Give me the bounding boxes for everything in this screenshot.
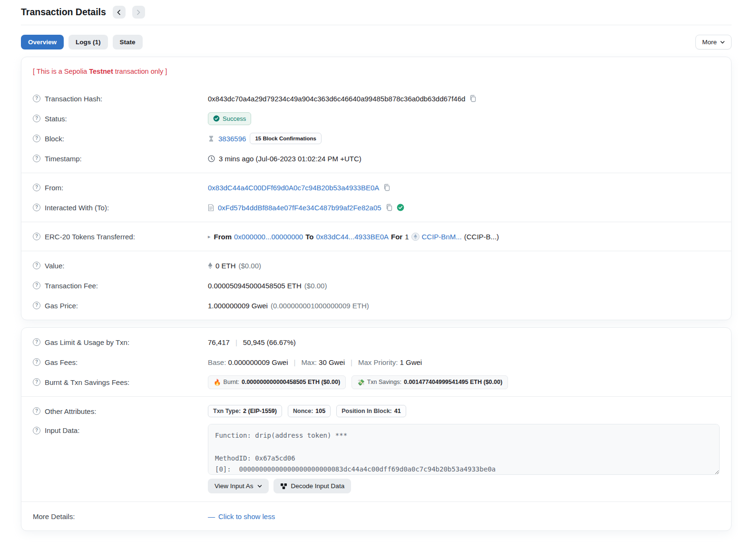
- decode-input-data-label: Decode Input Data: [291, 482, 345, 490]
- other-attributes-row: ? Other Attributes: Txn Type: 2 (EIP-155…: [21, 401, 731, 421]
- gas-price-label: Gas Price:: [45, 302, 78, 310]
- tab-logs[interactable]: Logs (1): [68, 35, 108, 49]
- cubes-icon: [280, 483, 287, 490]
- from-label: From:: [45, 184, 63, 192]
- gas-fees-row: ? Gas Fees: Base: 0.000000009 Gwei | Max…: [21, 352, 731, 372]
- page-title: Transaction Details: [21, 7, 106, 18]
- other-attributes-label: Other Attributes:: [45, 407, 96, 415]
- details-card: ? Gas Limit & Usage by Txn: 76,417 | 50,…: [21, 327, 732, 531]
- block-label: Block:: [45, 135, 64, 143]
- decode-input-data-button[interactable]: Decode Input Data: [273, 479, 351, 493]
- help-icon[interactable]: ?: [33, 427, 40, 434]
- position-in-block-name: Position In Block:: [342, 408, 392, 414]
- previous-transaction-button[interactable]: [113, 6, 126, 19]
- help-icon[interactable]: ?: [33, 378, 40, 386]
- transfer-from-word: From: [214, 233, 232, 241]
- timestamp-value: 3 mins ago (Jul-06-2023 01:02:24 PM +UTC…: [219, 155, 361, 163]
- max-priority-fee-value: 1 Gwei: [400, 358, 422, 366]
- copy-icon[interactable]: [383, 184, 391, 191]
- transfer-to-address-link[interactable]: 0x83dC44...4933BE0A: [316, 233, 389, 241]
- transfer-from-address-link[interactable]: 0x000000...00000000: [234, 233, 303, 241]
- help-icon[interactable]: ?: [33, 302, 40, 309]
- input-data-row: ? Input Data: Function: drip(address tok…: [21, 421, 731, 497]
- input-data-textarea[interactable]: Function: drip(address token) *** Method…: [208, 424, 720, 475]
- page: Transaction Details Overview Logs (1) St…: [0, 0, 742, 531]
- burnt-fee-value: 0.000000000000458505 ETH ($0.00): [242, 379, 340, 385]
- value-eth: 0 ETH: [215, 262, 236, 270]
- click-to-show-less-link[interactable]: — Click to show less: [208, 512, 275, 521]
- group-attributes-input: ? Other Attributes: Txn Type: 2 (EIP-155…: [21, 396, 731, 501]
- clock-icon: [208, 155, 215, 162]
- help-icon[interactable]: ?: [33, 338, 40, 346]
- burnt-fee-badge: 🔥 Burnt: 0.000000000000458505 ETH ($0.00…: [208, 375, 346, 389]
- contract-file-icon: [208, 204, 214, 211]
- view-input-as-button[interactable]: View Input As: [208, 479, 269, 493]
- group-from-to: ? From: 0x83dC44a4C00DFf69d0A0c7c94B20b5…: [21, 173, 731, 222]
- nonce-value: 105: [315, 408, 325, 414]
- token-symbol: (CCIP-B...): [464, 233, 499, 241]
- tabs-row: Overview Logs (1) State More: [21, 35, 732, 49]
- group-value-fee-price: ? Value: 0 ETH ($0.00) ? Transaction Fee…: [21, 251, 731, 320]
- gas-limit-row: ? Gas Limit & Usage by Txn: 76,417 | 50,…: [21, 332, 731, 352]
- transaction-hash-value: 0x843dc70a4a29d79234c49a904c363d6c46640a…: [208, 95, 465, 103]
- max-fee-value: 30 Gwei: [319, 358, 345, 366]
- transaction-hash-row: ? Transaction Hash: 0x843dc70a4a29d79234…: [21, 88, 731, 108]
- help-icon[interactable]: ?: [33, 184, 40, 191]
- from-address-link[interactable]: 0x83dC44a4C00DFf69d0A0c7c94B20b53a4933BE…: [208, 184, 379, 192]
- txn-type-value: 2 (EIP-1559): [243, 408, 277, 414]
- max-fee-name: Max:: [301, 358, 317, 366]
- minus-icon: —: [208, 512, 215, 521]
- to-address-link[interactable]: 0xFd57b4ddBf88a4e07fF4e34C487b99af2Fe82a…: [218, 204, 381, 212]
- fire-icon: 🔥: [214, 379, 221, 386]
- group-hash-status-block-time: ? Transaction Hash: 0x843dc70a4a29d79234…: [21, 84, 731, 173]
- transfer-amount: 1: [405, 233, 409, 241]
- burnt-savings-label: Burnt & Txn Savings Fees:: [45, 378, 129, 386]
- token-name-link[interactable]: CCIP-BnM...: [422, 233, 462, 241]
- chevron-left-icon: [116, 10, 122, 15]
- from-row: ? From: 0x83dC44a4C00DFf69d0A0c7c94B20b5…: [21, 177, 731, 197]
- gas-limit-value: 76,417: [208, 338, 230, 346]
- help-icon[interactable]: ?: [33, 358, 40, 366]
- help-icon[interactable]: ?: [33, 233, 40, 240]
- status-label: Status:: [45, 115, 67, 123]
- help-icon[interactable]: ?: [33, 204, 40, 211]
- testnet-notice-prefix: [ This is a Sepolia: [33, 68, 89, 75]
- help-icon[interactable]: ?: [33, 282, 40, 289]
- page-header: Transaction Details: [21, 0, 732, 25]
- transaction-fee-row: ? Transaction Fee: 0.000050945000458505 …: [21, 275, 731, 295]
- token-logo-icon: [411, 233, 420, 241]
- help-icon[interactable]: ?: [33, 95, 40, 102]
- more-dropdown-button[interactable]: More: [695, 35, 732, 49]
- click-to-show-less-label: Click to show less: [218, 512, 275, 521]
- more-dropdown-label: More: [702, 39, 717, 46]
- block-number-link[interactable]: 3836596: [218, 135, 246, 143]
- help-icon[interactable]: ?: [33, 407, 40, 415]
- tab-state[interactable]: State: [113, 35, 143, 49]
- next-transaction-button[interactable]: [132, 6, 145, 19]
- testnet-notice-bold: Testnet: [89, 68, 113, 75]
- hourglass-icon: [208, 135, 215, 142]
- value-label: Value:: [45, 262, 64, 270]
- group-more-details: More Details: — Click to show less: [21, 501, 731, 531]
- group-erc20: ? ERC-20 Tokens Transferred: ▸ From 0x00…: [21, 222, 731, 251]
- status-badge: Success: [208, 112, 251, 125]
- testnet-notice-suffix: transaction only ]: [113, 68, 167, 75]
- help-icon[interactable]: ?: [33, 115, 40, 122]
- interacted-with-row: ? Interacted With (To): 0xFd57b4ddBf88a4…: [21, 197, 731, 217]
- more-details-row: More Details: — Click to show less: [21, 506, 731, 526]
- money-wings-icon: 💸: [357, 379, 365, 386]
- copy-icon[interactable]: [469, 95, 477, 102]
- testnet-notice: [ This is a Sepolia Testnet transaction …: [21, 57, 731, 84]
- help-icon[interactable]: ?: [33, 135, 40, 142]
- help-icon[interactable]: ?: [33, 262, 40, 269]
- copy-icon[interactable]: [385, 204, 393, 211]
- tab-overview[interactable]: Overview: [21, 35, 64, 49]
- more-details-label: More Details:: [33, 512, 75, 521]
- view-input-as-label: View Input As: [215, 482, 254, 490]
- base-fee-name: Base:: [208, 358, 226, 366]
- help-icon[interactable]: ?: [33, 155, 40, 162]
- max-priority-fee-name: Max Priority:: [358, 358, 398, 366]
- caret-right-icon: ▸: [208, 234, 211, 240]
- chevron-down-icon: [720, 40, 725, 45]
- check-circle-icon: [213, 115, 220, 122]
